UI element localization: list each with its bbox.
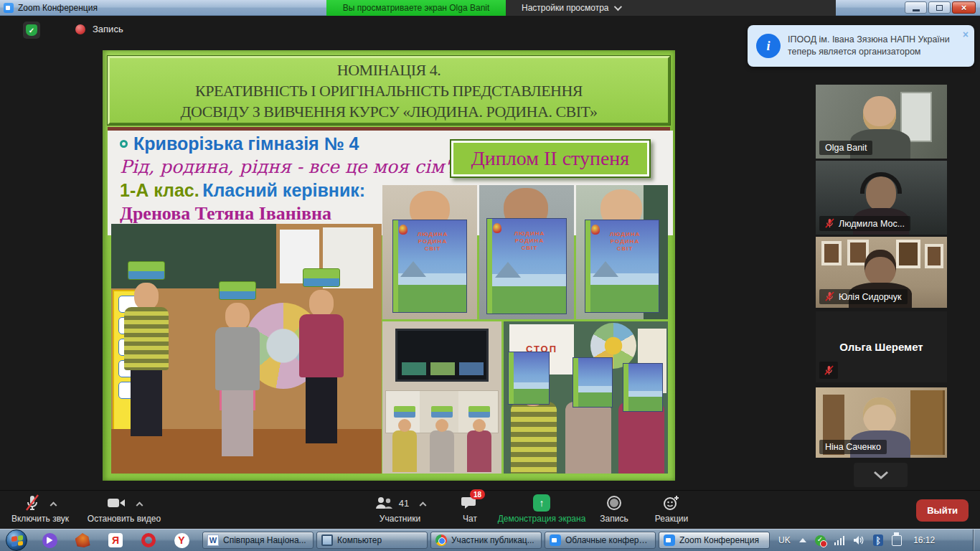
child-figure <box>392 430 417 472</box>
picture-frame <box>925 244 943 268</box>
slide-title-line2: КРЕАТИВНІСТЬ І ОРИГІНАЛЬНІСТЬ ПРЕДСТАВЛЕ… <box>195 80 583 101</box>
game-icon[interactable] <box>75 532 90 548</box>
taskbar-button-zoom-meeting[interactable]: Zoom Конференция <box>659 532 770 549</box>
taskbar-button-zoom-cloud[interactable]: Облачные конфере... <box>545 532 656 549</box>
unmute-button[interactable]: Включить звук <box>4 494 76 524</box>
toast-close-icon[interactable]: × <box>963 29 969 40</box>
leave-button[interactable]: Выйти <box>916 499 969 522</box>
participants-icon <box>374 496 393 510</box>
minimize-button[interactable] <box>905 1 927 14</box>
reactions-icon <box>663 495 680 511</box>
viewing-screen-banner: Вы просматриваете экран Olga Banit <box>326 0 506 16</box>
pinned-icons: Я Y <box>42 532 189 548</box>
unmute-label: Включить звук <box>11 514 69 524</box>
window-titlebar: Zoom Конференция Вы просматриваете экран… <box>0 0 980 16</box>
child-figure <box>511 402 557 474</box>
muted-mic-icon <box>824 365 834 376</box>
picture-frame <box>821 241 842 265</box>
tv-screen <box>395 329 489 382</box>
chat-badge: 18 <box>470 489 485 499</box>
chat-button[interactable]: 18 Чат <box>446 494 494 524</box>
award-box: Диплом ІІ ступеня <box>450 139 651 178</box>
show-desktop-button[interactable] <box>973 529 980 551</box>
antivirus-icon[interactable] <box>815 535 826 546</box>
slide-photo-book3: ЛЮДИНАРОДИНАСВІТ <box>576 185 668 319</box>
chevron-down-icon <box>873 471 889 479</box>
view-settings-menu[interactable]: Настройки просмотра <box>506 0 836 16</box>
participant-tile-nina[interactable]: Ніна Саченко <box>816 387 947 458</box>
participant-tile-yuliya[interactable]: Юлія Сидорчук <box>816 237 947 308</box>
task-button-label: Облачные конфере... <box>565 535 651 545</box>
bullet-icon <box>120 140 128 148</box>
book-cover <box>508 352 550 405</box>
shield-icon: ✓ <box>26 24 37 36</box>
record-button[interactable]: Запись <box>587 494 641 524</box>
toast-line2: теперь является организатором <box>788 46 950 58</box>
network-icon[interactable] <box>834 536 845 545</box>
tray-expand-icon[interactable] <box>799 538 806 542</box>
slide-photo-book2: ЛЮДИНАРОДИНАСВІТ <box>479 185 574 319</box>
slide-title-line3: ДОСВІДУ З ВИВЧЕННЯ КУРСУ «ЛЮДИНА. РОДИНА… <box>181 101 598 122</box>
start-button[interactable] <box>6 529 27 551</box>
child-figure <box>618 402 664 474</box>
taskbar-button-computer[interactable]: Компьютер <box>316 532 428 549</box>
host-changed-toast: i ІПООД ім. Івана Зязюна НАПН України те… <box>748 25 974 67</box>
action-center-icon[interactable] <box>892 535 902 546</box>
participant-tile-olga-sheremet[interactable]: Ольга Шеремет <box>816 311 947 382</box>
slide-photo-classroom <box>111 224 382 474</box>
reactions-button[interactable]: Реакции <box>646 494 697 524</box>
book-cover: ЛЮДИНАРОДИНАСВІТ <box>585 220 659 313</box>
participant-name: Юлія Сидорчук <box>839 292 902 302</box>
alice-icon[interactable] <box>42 532 57 548</box>
taskbar-button-chrome[interactable]: Участник публикац... <box>430 532 542 549</box>
stop-video-label: Остановить видео <box>88 514 161 524</box>
opera-icon[interactable] <box>141 532 156 548</box>
book-cover: ЛЮДИНАРОДИНАСВІТ <box>486 218 567 314</box>
share-screen-button[interactable]: ↑ Демонстрация экрана <box>499 494 585 524</box>
mic-options-caret[interactable] <box>50 501 57 509</box>
child-figure <box>430 430 454 472</box>
participants-button[interactable]: 41 Участники <box>362 494 438 524</box>
zoom-toolbar: Включить звук Остановить видео 4 <box>0 490 980 529</box>
slide-title-box: НОМІНАЦІЯ 4. КРЕАТИВНІСТЬ І ОРИГІНАЛЬНІС… <box>108 56 670 125</box>
taskbar-button-word[interactable]: W Співпраця Націона... <box>202 532 314 549</box>
task-buttons: W Співпраця Націона... Компьютер Участни… <box>202 532 770 549</box>
windows-flag-icon <box>11 535 23 547</box>
participant-tile-lyudmila[interactable]: Людмила Мос... <box>816 161 947 235</box>
participant-name: Ніна Саченко <box>825 442 881 452</box>
windows-taskbar: Я Y W Співпраця Націона... Компьютер Уча… <box>0 529 980 551</box>
video-options-caret[interactable] <box>136 501 143 509</box>
more-participants-button[interactable] <box>854 463 908 487</box>
stop-video-button[interactable]: Остановить видео <box>77 494 171 524</box>
slide-title-line1: НОМІНАЦІЯ 4. <box>337 60 440 80</box>
child-figure <box>467 430 491 472</box>
yandex-browser-icon[interactable]: Я <box>108 532 123 548</box>
task-button-label: Zoom Конференция <box>679 535 759 545</box>
book-cover: ЛЮДИНАРОДИНАСВІТ <box>392 220 467 313</box>
share-screen-icon: ↑ <box>533 494 550 512</box>
restore-button[interactable] <box>928 1 951 14</box>
bluetooth-icon[interactable]: ᛒ <box>873 534 883 546</box>
yandex-icon[interactable]: Y <box>174 532 189 548</box>
slide-motto: Рід, родина, рідня - все це моя сім'я! <box>120 156 457 179</box>
child-figure <box>215 281 260 456</box>
participant-face <box>863 397 896 433</box>
meeting-content: ✓ Запись Вид i ІПООД ім. Івана Зязюна НА… <box>0 16 980 490</box>
system-tray: UK ᛒ 16:12 <box>778 534 939 546</box>
close-button[interactable]: × <box>952 1 976 14</box>
security-badge[interactable]: ✓ <box>23 22 40 39</box>
language-indicator[interactable]: UK <box>778 535 791 545</box>
clock[interactable]: 16:12 <box>913 535 935 545</box>
mic-muted-icon <box>25 494 39 512</box>
participants-caret[interactable] <box>420 501 427 509</box>
participant-name: Людмила Мос... <box>839 219 905 229</box>
participant-tile-olga-banit[interactable]: Olga Banit <box>816 85 947 159</box>
zoom-icon <box>550 534 561 546</box>
record-dot-icon <box>75 24 85 34</box>
volume-icon[interactable] <box>853 535 864 545</box>
recording-label: Запись <box>93 24 123 34</box>
task-button-label: Співпраця Націона... <box>223 535 306 545</box>
participant-name: Olga Banit <box>825 143 867 153</box>
zoom-app-icon <box>4 3 14 13</box>
participant-name-tag: Ніна Саченко <box>819 440 887 454</box>
